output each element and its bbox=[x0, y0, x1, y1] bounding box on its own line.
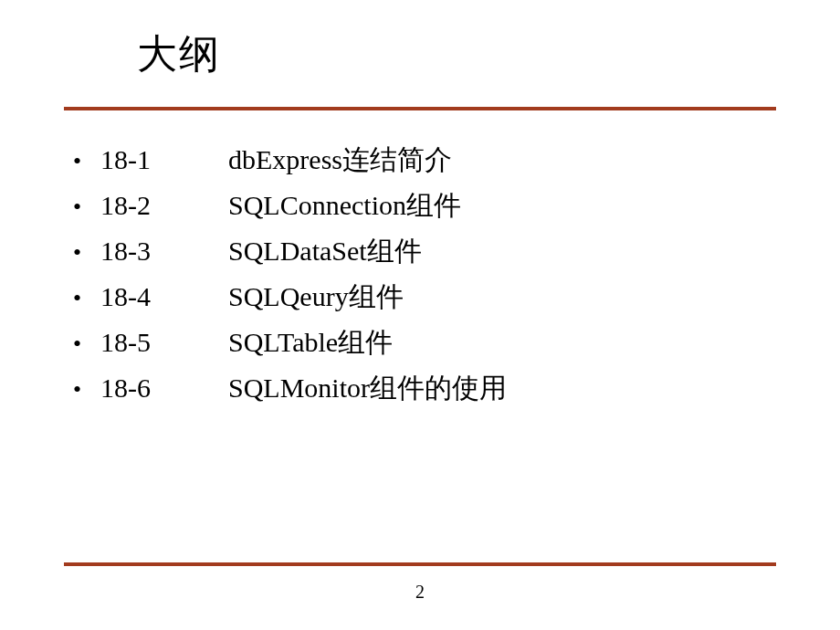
list-item: • 18-3 SQLDataSet组件 bbox=[73, 229, 794, 273]
section-label: SQLQeury组件 bbox=[228, 275, 404, 319]
section-label: SQLTable组件 bbox=[228, 320, 393, 364]
list-item: • 18-5 SQLTable组件 bbox=[73, 320, 794, 364]
section-number: 18-6 bbox=[100, 366, 228, 410]
section-number: 18-5 bbox=[100, 320, 228, 364]
bullet-icon: • bbox=[73, 142, 100, 181]
divider-bottom bbox=[64, 562, 776, 566]
list-item: • 18-2 SQLConnection组件 bbox=[73, 184, 794, 227]
bullet-icon: • bbox=[73, 188, 100, 226]
section-number: 18-3 bbox=[100, 229, 228, 273]
slide-title: 大纲 bbox=[137, 27, 794, 81]
list-item: • 18-4 SQLQeury组件 bbox=[73, 275, 794, 319]
divider-top bbox=[64, 107, 776, 110]
bullet-icon: • bbox=[73, 371, 100, 409]
list-item: • 18-6 SQLMonitor组件的使用 bbox=[73, 366, 794, 410]
section-label: SQLMonitor组件的使用 bbox=[228, 366, 507, 410]
section-number: 18-4 bbox=[100, 275, 228, 319]
bullet-icon: • bbox=[73, 279, 100, 318]
outline-list: • 18-1 dbExpress连结简介 • 18-2 SQLConnectio… bbox=[73, 138, 794, 410]
section-label: SQLDataSet组件 bbox=[228, 229, 422, 273]
page-number: 2 bbox=[415, 582, 425, 603]
section-number: 18-1 bbox=[100, 138, 228, 182]
slide: 大纲 • 18-1 dbExpress连结简介 • 18-2 SQLConnec… bbox=[0, 0, 840, 630]
bullet-icon: • bbox=[73, 234, 100, 272]
section-label: SQLConnection组件 bbox=[228, 184, 461, 227]
bullet-icon: • bbox=[73, 325, 100, 363]
section-label: dbExpress连结简介 bbox=[228, 138, 452, 182]
section-number: 18-2 bbox=[100, 184, 228, 227]
list-item: • 18-1 dbExpress连结简介 bbox=[73, 138, 794, 182]
